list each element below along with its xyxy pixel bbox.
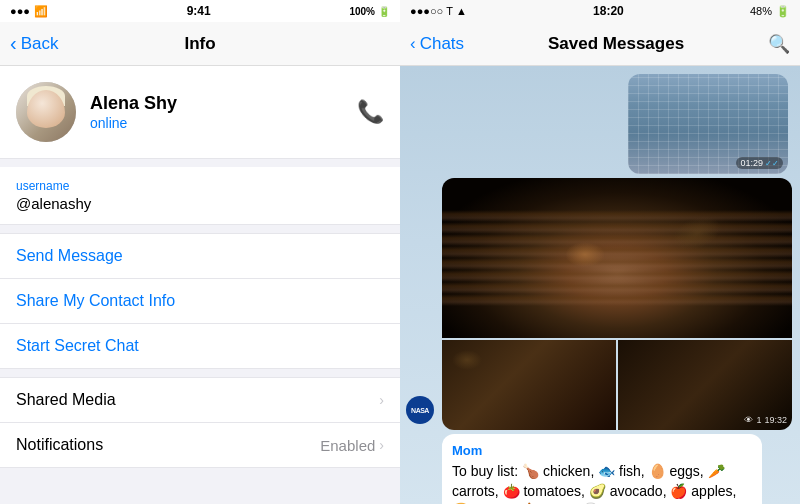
battery-area-right: 48% 🔋 [750, 5, 790, 18]
jupiter-image-group: 👁 1 19:32 ➤ [442, 178, 792, 430]
status-bar-left: ●●● 📶 9:41 100% 🔋 [0, 0, 400, 22]
signal-icons: ●●● 📶 [10, 5, 48, 18]
double-check-icon: ✓✓ [765, 159, 779, 168]
send-message-button[interactable]: Send Message [0, 234, 400, 279]
notifications-right: Enabled › [320, 437, 384, 454]
time-right: 18:20 [593, 4, 624, 18]
jupiter-thumb-2: 👁 1 19:32 ➤ [618, 340, 792, 430]
avatar-face [27, 90, 65, 128]
username-label: username [16, 179, 384, 193]
back-label: Back [21, 34, 59, 54]
phone-icon[interactable]: 📞 [357, 99, 384, 125]
profile-section: Alena Shy online 📞 [0, 66, 400, 159]
mom-sender: Mom [452, 442, 752, 460]
jupiter-bands [442, 210, 792, 306]
nav-bar-left: ‹ Back Info [0, 22, 400, 66]
chevron-right-icon: › [379, 392, 384, 408]
username-value: @alenashy [16, 195, 384, 212]
notifications-value: Enabled [320, 437, 375, 454]
share-contact-button[interactable]: Share My Contact Info [0, 279, 400, 324]
chat-content: 01:29 ✓✓ NASA [400, 66, 800, 504]
jupiter-thumb-1 [442, 340, 616, 430]
nav-title-right: Saved Messages [548, 34, 684, 54]
notifications-item[interactable]: Notifications Enabled › [0, 423, 400, 467]
chevron-left-icon: ‹ [10, 32, 17, 55]
battery-area: 100% 🔋 [349, 6, 390, 17]
building-image: 01:29 ✓✓ [628, 74, 788, 174]
search-icon[interactable]: 🔍 [768, 33, 790, 55]
profile-name: Alena Shy [90, 93, 343, 114]
battery-icon: 🔋 [378, 6, 390, 17]
jupiter-spot [565, 242, 605, 267]
notifications-label: Notifications [16, 436, 103, 454]
jupiter-time: 19:32 [764, 415, 787, 425]
back-button[interactable]: ‹ Back [10, 33, 58, 55]
jupiter-message: NASA 👁 1 [442, 178, 792, 430]
status-bar-right: ●●●○○ T ▲ 18:20 48% 🔋 [400, 0, 800, 22]
avatar [16, 82, 76, 142]
mom-message-row: M Mom To buy list: 🍗 chicken, 🐟 fish, 🥚 … [408, 434, 792, 504]
chats-back-button[interactable]: ‹ Chats [410, 34, 464, 54]
mom-text: To buy list: 🍗 chicken, 🐟 fish, 🥚 eggs, … [452, 462, 752, 504]
mom-message-bubble: Mom To buy list: 🍗 chicken, 🐟 fish, 🥚 eg… [442, 434, 762, 504]
start-secret-chat-button[interactable]: Start Secret Chat [0, 324, 400, 368]
battery-percent: 100% [349, 6, 375, 17]
shared-media-right: › [379, 392, 384, 408]
profile-info: Alena Shy online [90, 93, 343, 131]
chats-back-label: Chats [420, 34, 464, 54]
shared-media-item[interactable]: Shared Media › [0, 378, 400, 423]
nav-bar-right: ‹ Chats Saved Messages 🔍 [400, 22, 800, 66]
avatar-image [16, 82, 76, 142]
settings-section: Shared Media › Notifications Enabled › [0, 377, 400, 468]
wifi-icon: 📶 [34, 5, 48, 18]
time-left: 9:41 [187, 4, 211, 18]
carrier-label: T [446, 5, 453, 17]
building-message: 01:29 ✓✓ [408, 74, 792, 174]
building-time-badge: 01:29 ✓✓ [736, 157, 783, 169]
profile-status: online [90, 115, 343, 131]
nasa-label: NASA [411, 407, 429, 414]
chevron-left-icon-right: ‹ [410, 34, 416, 54]
eye-icon: 👁 [744, 415, 753, 425]
jupiter-time-overlay: 👁 1 19:32 [744, 415, 787, 425]
building-time: 01:29 [740, 158, 763, 168]
messages-container: 01:29 ✓✓ NASA [400, 66, 800, 504]
username-section: username @alenashy [0, 167, 400, 225]
chevron-right-icon-2: › [379, 437, 384, 453]
left-panel: ●●● 📶 9:41 100% 🔋 ‹ Back Info Alena Shy … [0, 0, 400, 504]
battery-percent-right: 48% [750, 5, 772, 17]
jupiter-views: 1 [756, 415, 761, 425]
nav-title-left: Info [184, 34, 215, 54]
wifi-icon-right: ▲ [456, 5, 467, 17]
signal-dots-icon: ●●●○○ [410, 5, 443, 17]
shared-media-label: Shared Media [16, 391, 116, 409]
right-panel: ●●●○○ T ▲ 18:20 48% 🔋 ‹ Chats Saved Mess… [400, 0, 800, 504]
actions-section: Send Message Share My Contact Info Start… [0, 233, 400, 369]
jupiter-main-image [442, 178, 792, 338]
nasa-avatar: NASA [406, 396, 434, 424]
signal-area-right: ●●●○○ T ▲ [410, 5, 467, 17]
jupiter-thumbnails-row: 👁 1 19:32 ➤ [442, 340, 792, 430]
battery-icon-right: 🔋 [776, 5, 790, 18]
signal-icon: ●●● [10, 5, 30, 17]
